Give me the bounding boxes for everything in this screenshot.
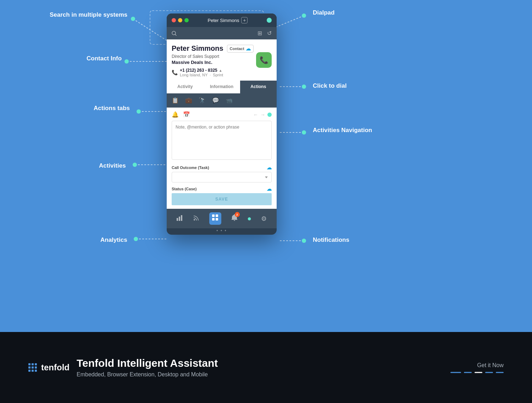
svg-point-16	[302, 130, 306, 135]
annotation-search: Search in multiple systems	[50, 11, 127, 18]
nav-forward[interactable]: →	[260, 112, 265, 118]
title-tab: Peter Simmons +	[208, 17, 248, 23]
svg-point-7	[133, 163, 137, 167]
traffic-light-yellow	[178, 18, 182, 22]
call-button[interactable]: 📞	[256, 52, 272, 68]
phone-icon: 📞	[172, 70, 178, 75]
history-icon[interactable]: ↺	[267, 30, 272, 37]
tagline-title: Tenfold Intelligent Assistant	[77, 357, 218, 369]
cta-line-4	[485, 372, 493, 373]
cta-line-1	[450, 372, 461, 373]
phone-caret: ▲	[219, 69, 222, 72]
traffic-lights	[172, 18, 189, 22]
call-outcome-label: Call Outcome (Task) ☁	[172, 165, 272, 170]
clipboard-icon[interactable]: 📋	[172, 97, 179, 104]
nav-back[interactable]: ←	[253, 112, 258, 118]
svg-rect-23	[181, 215, 182, 221]
svg-point-18	[302, 239, 306, 243]
traffic-light-green	[184, 18, 189, 22]
cta-line-5	[496, 372, 504, 373]
nav-dot	[267, 113, 272, 117]
phone-widget: Peter Simmons + ⊞ ↺ Peter Simmo	[167, 13, 277, 235]
svg-rect-22	[179, 217, 180, 221]
svg-point-5	[137, 109, 141, 114]
cta-line-2	[464, 372, 472, 373]
mini-nav-right: ← →	[253, 112, 272, 118]
svg-point-11	[302, 13, 306, 18]
annotation-activities-nav: Activities Navigation	[313, 127, 372, 134]
feed-icon[interactable]	[193, 214, 200, 223]
status-circle	[267, 18, 272, 23]
traffic-light-red	[172, 18, 176, 22]
svg-point-24	[194, 219, 195, 220]
title-actions	[267, 18, 272, 23]
contact-badge: Contact ☁	[227, 45, 254, 53]
contact-name: Peter Simmons	[172, 44, 223, 53]
calendar-nav-icon[interactable]: 📅	[183, 111, 190, 118]
bottom-bar: 2 ● ⚙	[167, 209, 277, 228]
video-icon[interactable]: 📹	[226, 97, 233, 104]
tabs-row: Activity Information Actions	[167, 81, 277, 93]
note-textarea[interactable]	[172, 121, 272, 160]
title-tab-label: Peter Simmons	[208, 18, 239, 23]
svg-point-1	[131, 17, 135, 21]
dialpad-icon[interactable]: ⊞	[257, 30, 262, 37]
bell-nav-icon[interactable]: 🔔	[172, 111, 179, 118]
annotation-contact-info: Contact Info	[87, 55, 122, 62]
main-area: Search in multiple systems Contact Info …	[0, 0, 532, 332]
contact-header: Peter Simmons Contact ☁ Director of Sale…	[167, 39, 277, 81]
search-icon	[172, 31, 177, 36]
svg-rect-28	[216, 218, 218, 220]
tab-actions[interactable]: Actions	[240, 81, 277, 93]
contact-name-row: Peter Simmons Contact ☁	[172, 44, 272, 53]
tagline-subtitle: Embedded, Browser Extension, Desktop and…	[77, 371, 218, 378]
annotation-dialpad: Dialpad	[313, 9, 334, 16]
contact-badge-label: Contact	[230, 47, 244, 51]
annotation-click-to-dial: Click to dial	[313, 82, 347, 89]
briefcase-icon[interactable]: 💼	[185, 97, 192, 104]
svg-point-9	[134, 237, 138, 241]
cta-text: Get it Now	[450, 362, 504, 369]
cta-lines	[450, 372, 504, 373]
tagline-block: Tenfold Intelligent Assistant Embedded, …	[77, 357, 218, 378]
annotation-activities: Activities	[99, 162, 126, 169]
grid-icon[interactable]	[209, 212, 221, 225]
mini-nav: 🔔 📅 ← →	[172, 111, 272, 118]
phone-location: Long Island, NY · Sprint	[180, 73, 223, 77]
save-button[interactable]: SAVE	[172, 193, 272, 205]
online-dot-icon[interactable]: ●	[247, 214, 251, 223]
svg-rect-26	[216, 214, 218, 217]
contact-phone-row: 📞 +1 (212) 263 - 8325 ▲ Long Island, NY …	[172, 68, 272, 77]
annotation-analytics: Analytics	[100, 236, 127, 244]
bottom-area: tenfold Tenfold Intelligent Assistant Em…	[0, 332, 532, 403]
notification-badge: 2	[235, 212, 240, 217]
sf-icon-case: ☁	[267, 186, 272, 192]
settings-icon[interactable]: ⚙	[261, 215, 267, 223]
svg-rect-27	[212, 218, 215, 220]
binoculars-icon[interactable]: 🔭	[199, 97, 206, 104]
bottom-dots: • • •	[167, 228, 277, 235]
svg-rect-21	[177, 218, 178, 221]
tab-activity[interactable]: Activity	[167, 81, 203, 93]
analytics-icon[interactable]	[177, 214, 184, 223]
widget-content: 🔔 📅 ← → Call Outcome (Task) ☁ Completed	[167, 108, 277, 209]
add-tab-button[interactable]: +	[241, 17, 248, 23]
notification-bell-icon[interactable]: 2	[231, 214, 238, 223]
annotation-notifications: Notifications	[313, 236, 349, 244]
logo-text: tenfold	[41, 363, 70, 372]
call-outcome-select[interactable]: Completed Not Reached	[172, 172, 272, 183]
status-label: Status (Case) ☁	[172, 186, 272, 192]
search-left	[172, 31, 177, 36]
tab-information[interactable]: Information	[203, 81, 240, 93]
svg-line-20	[175, 34, 176, 36]
sf-icon-task: ☁	[267, 165, 272, 170]
chat-icon[interactable]: 💬	[212, 97, 219, 104]
widget-search: ⊞ ↺	[167, 27, 277, 39]
get-it-now-block: Get it Now	[450, 362, 504, 373]
annotation-actions-tabs: Actions tabs	[94, 105, 130, 112]
widget-titlebar: Peter Simmons +	[167, 13, 277, 27]
svg-point-14	[302, 85, 306, 89]
svg-point-3	[124, 59, 129, 64]
search-right: ⊞ ↺	[257, 30, 272, 37]
svg-rect-25	[212, 214, 215, 217]
